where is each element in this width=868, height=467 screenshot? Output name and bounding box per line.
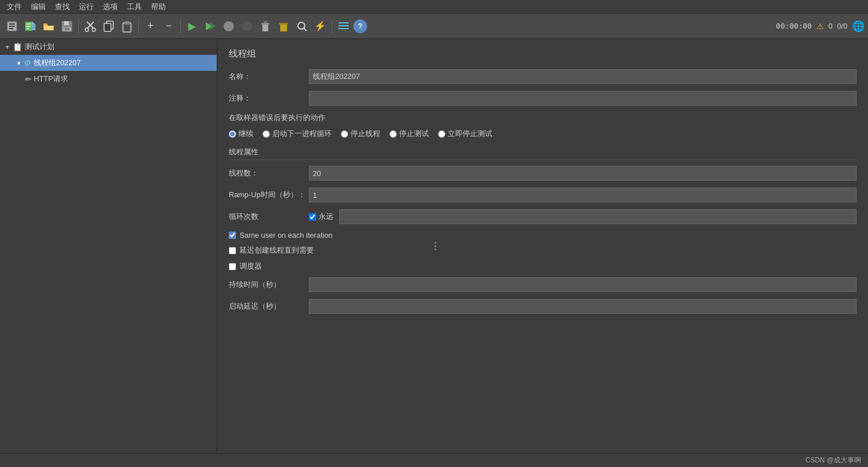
- menu-edit[interactable]: 编辑: [26, 1, 50, 13]
- name-label: 名称：: [229, 71, 309, 82]
- sidebar-item-test-plan[interactable]: ▼ 📋 测试计划: [0, 39, 217, 55]
- start-next-loop-label: 启动下一进程循环: [272, 129, 332, 139]
- sidebar-item-thread-group[interactable]: ▼ ⚙ 线程组202207: [0, 55, 217, 71]
- comment-row: 注释：: [229, 91, 857, 106]
- gear-icon: ⚙: [24, 58, 31, 67]
- open-button[interactable]: [40, 18, 57, 35]
- stop-test-label: 停止测试: [399, 129, 429, 139]
- svg-rect-27: [261, 23, 269, 25]
- svg-rect-21: [125, 21, 129, 25]
- same-user-row: Same user on each iteration: [229, 231, 857, 240]
- sidebar: ▼ 📋 测试计划 ▼ ⚙ 线程组202207 ✏ HTTP请求: [0, 39, 217, 453]
- paste-button[interactable]: [118, 18, 136, 35]
- duration-label: 持续时间（秒）: [229, 280, 309, 290]
- loop-forever-text: 永远: [318, 211, 333, 222]
- drag-handle[interactable]: [433, 235, 437, 258]
- delay-create-label[interactable]: 延迟创建线程直到需要: [240, 245, 314, 256]
- loop-label: 循环次数: [229, 211, 309, 222]
- run-no-pause-button[interactable]: [202, 18, 219, 35]
- svg-rect-7: [26, 28, 29, 29]
- startup-delay-label: 启动延迟（秒）: [229, 301, 309, 312]
- svg-rect-1: [9, 23, 15, 25]
- toolbar: + − ▶ ⚡ ? 00:00:00 ⚠ 0 0/0 🌐: [0, 14, 868, 39]
- comment-input[interactable]: [309, 91, 857, 106]
- browse-button[interactable]: [293, 18, 310, 35]
- new-test-plan-button[interactable]: [3, 18, 21, 35]
- help-button[interactable]: ?: [353, 19, 367, 33]
- thread-count-input[interactable]: [309, 166, 857, 181]
- stop-thread-radio[interactable]: [341, 130, 348, 138]
- same-user-checkbox[interactable]: [229, 231, 236, 239]
- stop-test-now-radio[interactable]: [438, 130, 445, 138]
- stop-test-now-radio-label[interactable]: 立即停止测试: [438, 129, 492, 139]
- same-user-label[interactable]: Same user on each iteration: [240, 231, 333, 240]
- chevron-icon: ▼: [16, 60, 22, 66]
- menu-tools[interactable]: 工具: [122, 1, 146, 13]
- menubar: 文件 编辑 查找 运行 选项 工具 帮助: [0, 0, 868, 14]
- continue-radio-label[interactable]: 继续: [229, 129, 253, 139]
- name-row: 名称：: [229, 69, 857, 84]
- delay-create-checkbox[interactable]: [229, 247, 236, 254]
- sep2: [138, 19, 139, 33]
- loop-row: 循环次数 永远: [229, 209, 857, 224]
- warn-icon: ⚠: [817, 22, 824, 31]
- rampup-label: Ramp-Up时间（秒）：: [229, 190, 309, 200]
- start-next-loop-radio-label[interactable]: 启动下一进程循环: [262, 129, 332, 139]
- menu-find[interactable]: 查找: [50, 1, 74, 13]
- svg-marker-8: [32, 21, 35, 25]
- sidebar-item-http-request[interactable]: ✏ HTTP请求: [0, 71, 217, 87]
- save-button[interactable]: [58, 18, 75, 35]
- svg-rect-6: [26, 26, 31, 27]
- sidebar-item-label: 线程组202207: [34, 58, 81, 68]
- svg-rect-11: [64, 21, 69, 25]
- stop-test-now-label: 立即停止测试: [448, 129, 492, 139]
- page-title: 线程组: [229, 48, 857, 60]
- startup-delay-input[interactable]: [309, 299, 857, 314]
- sep1: [78, 19, 79, 33]
- menu-options[interactable]: 选项: [98, 1, 122, 13]
- run-button[interactable]: ▶: [184, 18, 201, 35]
- clear-all-button[interactable]: [257, 18, 274, 35]
- function-helper-button[interactable]: ⚡: [312, 18, 329, 35]
- comment-label: 注释：: [229, 93, 309, 103]
- name-input[interactable]: [309, 69, 857, 84]
- start-next-loop-radio[interactable]: [262, 130, 270, 138]
- stop-thread-label: 停止线程: [351, 129, 380, 139]
- scheduler-checkbox[interactable]: [229, 263, 236, 270]
- stop-test-radio[interactable]: [389, 130, 397, 138]
- svg-rect-19: [104, 23, 111, 31]
- template-button[interactable]: [22, 18, 39, 35]
- stop-now-button[interactable]: [238, 18, 256, 35]
- duration-input[interactable]: [309, 277, 857, 292]
- cut-button[interactable]: [82, 18, 99, 35]
- main-area: ▼ 📋 测试计划 ▼ ⚙ 线程组202207 ✏ HTTP请求 线程组 名称： …: [0, 39, 868, 453]
- svg-rect-34: [339, 25, 349, 26]
- statusbar-text: CSDN @成大事啊: [805, 456, 861, 465]
- svg-rect-3: [9, 28, 13, 29]
- aggregate-button[interactable]: [335, 18, 352, 35]
- chevron-down-icon: ▼: [5, 44, 10, 50]
- clear-tests-button[interactable]: [275, 18, 292, 35]
- stop-thread-radio-label[interactable]: 停止线程: [341, 129, 380, 139]
- loop-count-input[interactable]: [339, 209, 857, 224]
- drag-dot-1: [435, 242, 436, 244]
- copy-button[interactable]: [100, 18, 117, 35]
- thread-props-title: 线程属性: [229, 147, 857, 160]
- loop-forever-checkbox[interactable]: [309, 213, 316, 221]
- stop-button[interactable]: [220, 18, 237, 35]
- loop-forever-label[interactable]: 永远: [309, 211, 333, 222]
- collapse-button[interactable]: −: [160, 18, 177, 35]
- rampup-input[interactable]: [309, 187, 857, 202]
- globe-icon: 🌐: [852, 20, 865, 33]
- stop-test-radio-label[interactable]: 停止测试: [389, 129, 429, 139]
- continue-radio[interactable]: [229, 130, 236, 138]
- menu-run[interactable]: 运行: [74, 1, 98, 13]
- scheduler-label[interactable]: 调度器: [240, 261, 262, 272]
- menu-help[interactable]: 帮助: [146, 1, 170, 13]
- rampup-row: Ramp-Up时间（秒）：: [229, 187, 857, 202]
- svg-rect-26: [262, 25, 268, 31]
- menu-file[interactable]: 文件: [2, 1, 26, 13]
- expand-button[interactable]: +: [142, 18, 159, 35]
- drag-dot-3: [435, 249, 436, 250]
- test-plan-icon: 📋: [13, 42, 22, 51]
